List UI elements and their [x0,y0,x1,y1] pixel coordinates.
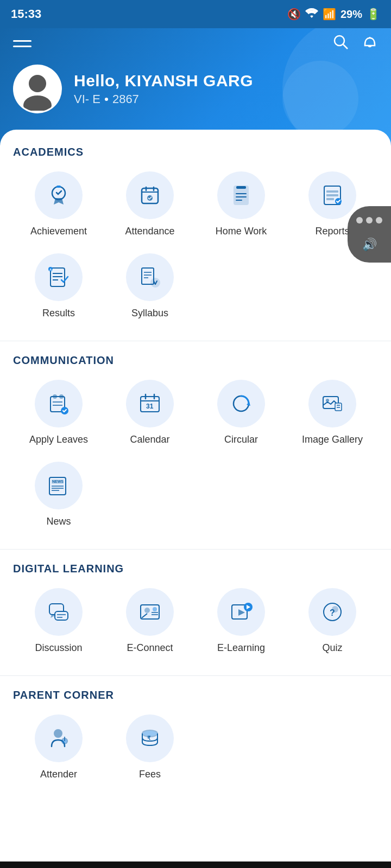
content-card: ACADEMICS Achievement [0,130,391,861]
battery-text: 29% [340,8,362,21]
user-class-info: VI- E 2867 [74,92,253,106]
attendance-label: Attendance [125,226,174,237]
homework-item[interactable]: Home Work [195,171,287,237]
achievement-label: Achievement [30,226,87,237]
achievement-icon-circle [35,171,83,219]
status-time: 15:33 [11,7,41,21]
apply-leaves-label: Apply Leaves [29,434,88,445]
parent-corner-title: PARENT CORNER [13,689,378,701]
calendar-label: Calendar [130,434,169,445]
svg-point-63 [144,608,150,613]
user-greeting: Hello, KIYANSH GARG [74,72,253,90]
volume-dots [356,217,382,224]
attender-icon-circle [35,714,83,762]
svg-point-74 [54,730,62,737]
battery-icon: 🔋 [367,8,380,21]
image-gallery-icon-circle [308,380,356,427]
elearning-item[interactable]: E-Learning [195,588,287,654]
calendar-item[interactable]: 31 Calendar [104,380,195,445]
syllabus-item[interactable]: Syllabus [104,253,195,319]
attendance-item[interactable]: Attendance [104,171,195,237]
image-gallery-label: Image Gallery [302,434,363,445]
svg-text:₹: ₹ [147,735,151,741]
hamburger-line-1 [13,40,31,42]
svg-rect-14 [236,186,246,189]
attendance-icon-circle [126,171,174,219]
svg-text:31: 31 [146,403,154,410]
syllabus-label: Syllabus [131,308,168,319]
svg-rect-21 [326,198,334,200]
academics-divider [0,341,391,341]
fees-item[interactable]: ₹ Fees [104,714,195,780]
discussion-icon-circle [35,588,83,636]
results-item[interactable]: A+ Results [13,253,104,319]
mute-icon: 🔇 [287,8,301,21]
discussion-label: Discussion [35,642,82,654]
volume-dot-1 [356,217,363,224]
hamburger-menu[interactable] [13,40,31,47]
svg-point-36 [59,394,64,399]
circular-label: Circular [224,434,258,445]
attender-item[interactable]: Attender [13,714,104,780]
svg-text:NEWS: NEWS [52,480,64,483]
fees-icon-circle: ₹ [126,714,174,762]
digital-learning-divider [0,675,391,676]
fees-label: Fees [139,769,161,780]
achievement-item[interactable]: Achievement [13,171,104,237]
news-icon-circle: NEWS [35,462,83,509]
hamburger-line-2 [13,46,31,47]
results-label: Results [42,308,75,319]
syllabus-icon-circle [126,253,174,301]
avatar [13,65,62,113]
svg-text:?: ? [330,608,335,617]
circular-icon-circle [217,380,265,427]
svg-rect-49 [335,403,342,411]
apply-leaves-icon-circle [35,380,83,427]
bottom-padding [13,802,378,845]
svg-point-64 [153,607,157,611]
svg-point-4 [29,75,46,92]
academics-section: ACADEMICS Achievement [13,146,378,330]
news-label: News [46,516,71,527]
user-info: Hello, KIYANSH GARG VI- E 2867 [13,65,378,113]
volume-dot-2 [366,217,373,224]
svg-point-33 [151,278,160,287]
status-icons: 🔇 📶 29% 🔋 [287,8,380,21]
apply-leaves-item[interactable]: Apply Leaves [13,380,104,445]
svg-point-35 [53,394,57,399]
svg-rect-7 [56,186,61,188]
attender-label: Attender [40,769,77,780]
volume-overlay: 🔊 [348,206,391,263]
academics-grid: Achievement Attendance [13,171,378,330]
svg-rect-19 [326,190,338,193]
separator-dot [105,98,108,101]
circular-item[interactable]: Circular [195,380,287,445]
elearning-label: E-Learning [217,642,265,654]
signal-icon: 📶 [323,8,336,21]
homework-icon-circle [217,171,265,219]
svg-rect-59 [55,611,68,620]
wifi-icon [305,8,318,21]
reports-label: Reports [315,226,349,237]
academics-title: ACADEMICS [13,146,378,158]
news-item[interactable]: NEWS News [13,462,104,527]
econnect-icon-circle [126,588,174,636]
quiz-item[interactable]: ? Quiz [287,588,378,654]
image-gallery-item[interactable]: Image Gallery [287,380,378,445]
econnect-label: E-Connect [127,642,173,654]
econnect-item[interactable]: E-Connect [104,588,195,654]
status-bar: 15:33 🔇 📶 29% 🔋 [0,0,391,28]
reports-icon-circle [308,171,356,219]
discussion-item[interactable]: Discussion [13,588,104,654]
digital-learning-grid: Discussion E-Connect [13,588,378,665]
quiz-label: Quiz [322,642,342,654]
communication-section: COMMUNICATION Apply Leaves [13,354,378,538]
svg-rect-20 [326,194,338,196]
volume-dot-3 [376,217,382,224]
digital-learning-section: DIGITAL LEARNING Discussion [13,563,378,665]
results-icon-circle: A+ [35,253,83,301]
header: Hello, KIYANSH GARG VI- E 2867 [0,28,391,146]
communication-title: COMMUNICATION [13,354,378,367]
elearning-icon-circle [217,588,265,636]
volume-icon: 🔊 [362,238,377,252]
